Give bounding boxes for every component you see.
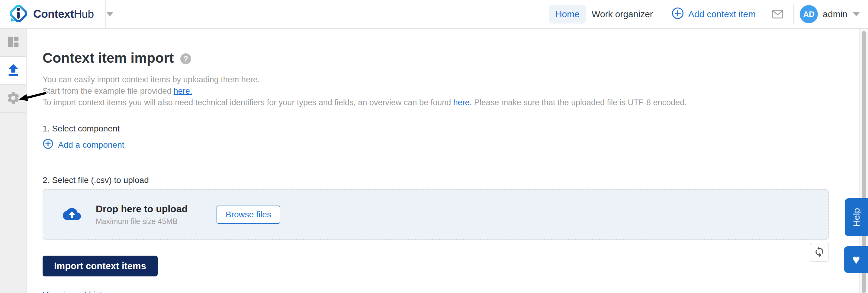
refresh-icon [814,246,825,259]
header-nav: Home Work organizer Add context item AD … [549,4,868,25]
example-file-link[interactable]: here. [174,86,192,96]
mail-icon[interactable] [770,7,785,21]
add-component-label: Add a component [58,140,124,150]
plus-circle-icon [672,7,684,22]
page-title: Context item import [42,50,174,66]
sidebar-item-settings[interactable] [0,85,26,113]
brand-name: ContextHub [33,8,94,21]
heart-icon: ♥ [852,253,860,266]
divider [794,4,794,25]
intro-line-2: Start from the example file provided her… [42,85,829,97]
page-body: Context item import ? You can easily imp… [0,29,868,293]
file-dropzone[interactable]: Drop here to upload Maximum file size 45… [42,189,829,240]
nav-home[interactable]: Home [549,5,586,24]
step1-heading: 1. Select component [42,124,829,134]
help-circle-icon[interactable]: ? [180,53,191,64]
add-context-item-button[interactable]: Add context item [672,7,756,22]
add-component-button[interactable]: Add a component [42,138,124,151]
import-context-items-button[interactable]: Import context items [42,256,158,277]
help-tab[interactable]: Help [845,198,868,236]
view-import-history-link: View import history [42,290,114,293]
help-tab-label: Help [851,208,861,227]
feedback-heart-button[interactable]: ♥ [844,246,868,273]
brand-caret-icon[interactable] [106,12,113,16]
refresh-button[interactable] [810,243,829,262]
dropzone-title: Drop here to upload [96,204,188,215]
add-context-item-label: Add context item [688,9,756,19]
dropzone-max-size: Maximum file size 45MB [96,217,188,226]
divider [665,4,665,25]
dashboard-icon [6,35,20,50]
sidebar-item-import[interactable] [0,57,26,85]
intro-text: You can easily import context items by u… [42,74,829,108]
brand[interactable]: ContextHub [0,0,106,28]
browse-files-button[interactable]: Browse files [217,206,280,224]
divider [762,4,762,25]
view-import-history-toggle[interactable]: View import history [42,290,125,293]
sidebar-item-dashboard[interactable] [0,29,26,57]
step2-heading: 2. Select file (.csv) to upload [42,176,829,185]
overview-link[interactable]: here. [453,98,472,107]
user-name[interactable]: admin [823,9,847,19]
intro-line-1: You can easily import context items by u… [42,74,829,85]
sidebar [0,29,27,293]
upload-icon [6,63,20,78]
user-menu-caret-icon[interactable] [853,12,860,16]
gear-icon [6,91,21,106]
intro-line-3: To import context items you will also ne… [42,97,829,108]
plus-circle-icon [42,138,54,151]
cloud-upload-icon [63,207,81,223]
top-bar: ContextHub Home Work organizer Add conte… [0,0,868,29]
nav-work-organizer[interactable]: Work organizer [586,5,659,24]
logo-icon [8,3,29,25]
main-content: Context item import ? You can easily imp… [27,29,868,293]
avatar[interactable]: AD [800,5,818,23]
